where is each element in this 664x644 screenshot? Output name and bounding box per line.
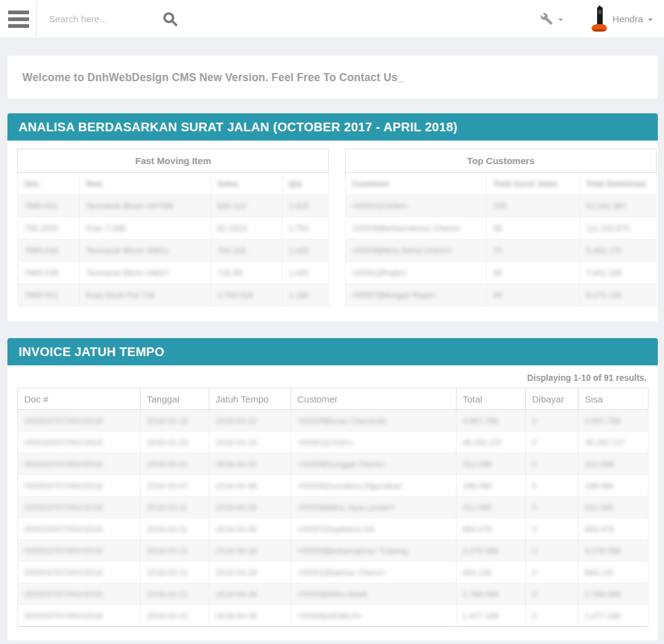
cell-text: 2018-03-21	[147, 546, 188, 555]
table-cell: Kran Drum Put 7x8	[80, 284, 211, 307]
column-header: Sku	[18, 173, 80, 195]
table-cell: 0	[526, 583, 579, 605]
table-cell: 2018-03-21	[141, 605, 209, 627]
table-cell: 411.088	[579, 497, 649, 518]
table-cell: 312.088	[456, 453, 526, 475]
table-cell: <00007|Mengah Raya>	[346, 284, 487, 307]
panel-title: ANALISA BERDASARKAN SURAT JALAN (OCTOBER…	[7, 113, 658, 141]
column-header-text: Tanggal	[147, 394, 180, 404]
caret-down-icon	[558, 19, 563, 21]
cell-text: 2.788.088	[463, 590, 499, 599]
wrench-icon	[540, 12, 553, 25]
cell-text: 0000037/07/INV/2018	[24, 503, 103, 512]
table-cell: 0000037/07/INV/2018	[18, 605, 141, 627]
cell-text: <00008|Mitra Jaya Lestari>	[297, 503, 395, 512]
column-header-text: Item	[86, 179, 103, 188]
table-cell: 2018-03-21	[141, 583, 209, 605]
table-row: 0000037/07/INV/20182018-03-072018-04-08<…	[18, 475, 649, 497]
table-row: 0000037/07/INV/20182018-03-212018-04-28<…	[18, 605, 649, 627]
cell-text: 7.641.190	[586, 268, 622, 277]
table-cell: 312.088	[579, 453, 649, 475]
hamburger-menu-button[interactable]	[0, 0, 36, 38]
table-cell: 0000037/07/INV/2018	[18, 583, 141, 605]
table-cell: 70	[487, 240, 580, 262]
cell-text: 2018-04-28	[216, 568, 257, 577]
cell-text: 0	[532, 459, 536, 469]
cell-text: 205	[493, 201, 507, 211]
search-input[interactable]	[49, 14, 157, 24]
cell-text: 1.750	[289, 224, 309, 233]
table-cell: 893.478	[579, 518, 649, 540]
table-cell: 1.750	[282, 217, 329, 240]
table-cell: 2018-02-24	[141, 432, 209, 453]
table-cell: <00009|Sumatera Digunakan	[291, 475, 456, 497]
table-cell: 2018-02-22	[141, 410, 209, 432]
table-cell: 1.477.188	[579, 605, 649, 627]
table-row: 0000037/07/INV/20182018-03-212018-04-28<…	[18, 540, 649, 562]
cell-text: 2018-04-28	[216, 611, 257, 620]
table-cell: 0	[526, 540, 579, 562]
table-cell: Termasuk Btonn 34827	[80, 262, 211, 284]
cell-text: 82.1523	[217, 224, 247, 233]
cell-text: 7985-001	[24, 201, 58, 211]
search-zone	[36, 0, 197, 38]
table-caption-row: Top Customers	[346, 149, 657, 173]
cell-text: 0000037/07/INV/2018	[24, 546, 103, 555]
table-cell: 0000037/07/INV/2018	[18, 562, 141, 583]
table-header-row: Doc #TanggalJatuh TempoCustomerTotalDiba…	[18, 388, 649, 410]
table-cell: 1.425	[282, 240, 329, 262]
cell-text: 0000150/07/INV/2018	[24, 438, 103, 447]
cell-text: 36.282.137	[463, 438, 503, 447]
cell-text: 2.788.088	[585, 590, 621, 599]
table-cell: <00009|Berkamakmur Chemi>	[346, 217, 487, 240]
table-cell: 0000037/07/INV/2018	[18, 497, 141, 518]
table-cell: 2018-04-28	[209, 562, 291, 583]
user-dropdown[interactable]: Hendra	[592, 7, 653, 32]
tools-dropdown[interactable]	[540, 12, 563, 25]
cell-text: 893.478	[463, 524, 492, 534]
user-name: Hendra	[613, 14, 643, 24]
results-summary: Displaying 1-10 of 91 results.	[17, 373, 647, 383]
table-cell: 3.378.088	[456, 540, 526, 562]
invoice-table: Doc #TanggalJatuh TempoCustomerTotalDiba…	[17, 388, 649, 627]
cell-text: 2018-04-08	[216, 524, 257, 534]
table-cell: <00001|CASH>	[346, 195, 487, 217]
cell-text: 2018-04-08	[216, 481, 257, 490]
column-header: Total	[456, 388, 526, 410]
welcome-message: Welcome to DnhWebDesign CMS New Version.…	[22, 71, 404, 84]
column-header: Doc #	[18, 388, 141, 410]
column-header-text: Jatuh Tempo	[216, 394, 269, 404]
table-cell: 830.113	[211, 195, 282, 217]
cell-text: 2018-03-21	[147, 590, 188, 599]
cell-text: 0	[532, 568, 536, 577]
table-cell: 2018-04-08	[209, 497, 291, 518]
table-cell: 5.462.170	[580, 240, 657, 262]
table-header-row: CustomerTotal Surat JalanTotal Download	[346, 173, 657, 195]
table-row: 0000150/07/INV/20182018-03-112018-04-08<…	[18, 518, 649, 540]
cell-text: 0000037/07/INV/2018	[24, 590, 103, 599]
column-header-text: Total Surat Jalan	[493, 179, 557, 188]
table-cell: 7985-021	[18, 284, 80, 307]
cell-text: <00001|CASH>	[297, 438, 354, 447]
table-cell: 0000037/07/INV/2018	[18, 410, 141, 432]
table-row: 7985-021Kran Drum Put 7x82.743.5181.180	[18, 284, 329, 307]
table-cell: 2018-03-11	[141, 518, 209, 540]
column-header: Total Surat Jalan	[487, 173, 580, 195]
cell-text: 0000037/07/INV/2018	[24, 481, 103, 490]
table-cell: 82.1523	[211, 217, 282, 240]
table-cell: 0	[526, 497, 579, 518]
table-cell: 0000037/07/INV/2018	[18, 453, 141, 475]
table-cell: 2018-03-07	[141, 475, 209, 497]
cell-text: 755-1005	[24, 224, 58, 233]
search-button[interactable]	[161, 10, 180, 28]
table-cell: 7985-036	[18, 262, 80, 284]
cell-text: 830.113	[217, 201, 246, 211]
column-header-text: Total	[463, 394, 483, 404]
cell-text: <00008|Mitra Abadi	[297, 590, 367, 599]
table-cell: 755-1005	[18, 217, 80, 240]
cell-text: 744.118	[217, 246, 246, 255]
typewriter-cursor: _	[398, 71, 404, 84]
cell-text: <00007|Mengah Raya>	[352, 290, 436, 300]
table-cell: 2018-03-21	[141, 562, 209, 583]
cell-text: 0	[532, 438, 536, 447]
